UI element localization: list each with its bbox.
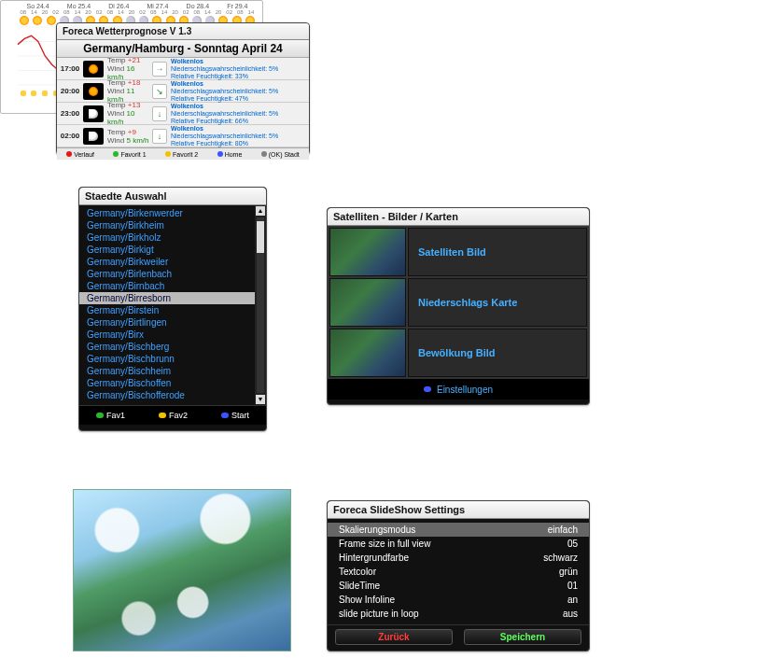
- scroll-track[interactable]: [257, 217, 264, 393]
- satellite-title: Satelliten - Bilder / Karten: [328, 208, 589, 226]
- chart-hour: 02: [96, 9, 103, 15]
- settings-value: 01: [567, 581, 578, 591]
- forecast-header: Germany/Hamburg - Sonntag April 24: [57, 40, 309, 58]
- sat-row-label[interactable]: Bewölkung Bild: [408, 329, 587, 377]
- settings-footer: Zurück Speichern: [328, 624, 589, 648]
- settings-row[interactable]: SlideTime01: [328, 579, 589, 593]
- temp-wind: Temp +21Wind 16 km/h: [104, 56, 152, 81]
- cities-title: Staedte Auswahl: [79, 188, 266, 205]
- forecast-row: 02:00Temp +9Wind 5 km/h↓WolkenlosNieders…: [57, 125, 309, 147]
- chart-day: So 24.4: [27, 3, 49, 9]
- cities-footer: Fav1Fav2Start: [79, 405, 266, 425]
- sat-row-label[interactable]: Niederschlags Karte: [408, 278, 587, 327]
- city-item[interactable]: Germany/Birlenbach: [79, 268, 255, 280]
- cities-footer-start[interactable]: Start: [221, 411, 249, 420]
- cities-scrollbar[interactable]: ▲ ▼: [255, 205, 266, 405]
- forecast-desc: WolkenlosNiederschlagswahrscheinlichkeit…: [171, 58, 309, 80]
- settings-row[interactable]: Show Infolinean: [328, 593, 589, 607]
- scroll-thumb[interactable]: [257, 221, 264, 253]
- city-item[interactable]: Germany/Birkweiler: [79, 256, 255, 268]
- forecast-row: 23:00Temp +13Wind 10 km/h↓WolkenlosNiede…: [57, 103, 309, 125]
- cities-footer-fav1[interactable]: Fav1: [96, 411, 125, 420]
- city-item[interactable]: Germany/Birx: [79, 329, 255, 341]
- chart-hour: 02: [226, 9, 232, 15]
- settings-label: Frame size in full view: [339, 539, 430, 549]
- legend-item[interactable]: (OK) Stadt: [261, 151, 300, 158]
- city-item[interactable]: Germany/Birkholz: [79, 231, 255, 244]
- chart-hour: 08: [20, 9, 26, 15]
- settings-value: 05: [567, 539, 578, 549]
- cities-list: Germany/BirkenwerderGermany/BirkheimGerm…: [79, 205, 255, 405]
- city-item[interactable]: Germany/Birkenwerder: [79, 207, 255, 219]
- settings-value: aus: [563, 609, 578, 619]
- sun-icon: [83, 83, 104, 100]
- chart-hour: 02: [139, 9, 146, 15]
- legend-item[interactable]: Favorit 1: [113, 151, 146, 158]
- settings-title: Foreca SlideShow Settings: [328, 501, 589, 519]
- sat-row-label[interactable]: Satelliten Bild: [408, 228, 587, 276]
- wind-arrow-icon: ↓: [152, 129, 167, 144]
- chart-hour: 08: [63, 9, 70, 15]
- sat-thumb[interactable]: [329, 278, 406, 327]
- settings-label: Skalierungsmodus: [339, 525, 415, 535]
- city-item[interactable]: Germany/Birnbach: [79, 280, 255, 292]
- legend-item[interactable]: Favorit 2: [165, 151, 198, 158]
- city-item[interactable]: Germany/Bischberg: [79, 341, 255, 353]
- city-item[interactable]: Germany/Bischofferode: [79, 389, 255, 401]
- settings-bullet-icon: [424, 386, 431, 392]
- settings-row[interactable]: Textcolorgrün: [328, 565, 589, 579]
- settings-row[interactable]: Frame size in full view05: [328, 537, 589, 551]
- legend-item[interactable]: Verlauf: [66, 151, 94, 158]
- cities-footer-fav2[interactable]: Fav2: [159, 411, 188, 420]
- temp-wind: Temp +13Wind 10 km/h: [104, 101, 152, 126]
- forecast-time: 02:00: [57, 132, 83, 140]
- chart-hour: 02: [52, 9, 59, 15]
- forecast-time: 17:00: [57, 64, 83, 73]
- satellite-footer[interactable]: Einstellungen: [328, 379, 589, 399]
- satellite-panel: Satelliten - Bilder / Karten Satelliten …: [327, 207, 590, 405]
- cities-panel: Staedte Auswahl Germany/BirkenwerderGerm…: [78, 187, 267, 431]
- forecast-panel: Foreca Wetterprognose V 1.3 Germany/Hamb…: [56, 22, 310, 155]
- wind-arrow-icon: ↘: [152, 84, 167, 99]
- temp-wind: Temp +9Wind 5 km/h: [104, 128, 152, 145]
- settings-row[interactable]: Skalierungsmoduseinfach: [328, 523, 589, 537]
- sat-thumb[interactable]: [329, 228, 406, 276]
- city-item[interactable]: Germany/Birstein: [79, 304, 255, 316]
- weather-mini-icon: [42, 91, 48, 96]
- settings-row[interactable]: Hintergrundfarbeschwarz: [328, 551, 589, 565]
- forecast-row: 17:00Temp +21Wind 16 km/h→WolkenlosNiede…: [57, 58, 309, 80]
- scroll-up-icon[interactable]: ▲: [256, 206, 265, 216]
- chart-hour: 14: [248, 9, 255, 15]
- europe-cloud-map: [73, 489, 291, 651]
- settings-row[interactable]: slide picture in loopaus: [328, 607, 589, 621]
- weather-mini-icon: [20, 16, 29, 25]
- city-item[interactable]: Germany/Birkigt: [79, 244, 255, 256]
- city-item[interactable]: Germany/Bischheim: [79, 365, 255, 377]
- settings-value: einfach: [548, 525, 578, 535]
- chart-day: Mi 27.4: [147, 3, 169, 9]
- forecast-time: 23:00: [57, 109, 83, 118]
- cities-list-wrap: Germany/BirkenwerderGermany/BirkheimGerm…: [79, 205, 266, 405]
- chart-hour: 14: [31, 9, 37, 15]
- weather-mini-icon: [21, 91, 26, 96]
- city-item[interactable]: Germany/Birkheim: [79, 219, 255, 231]
- back-button[interactable]: Zurück: [335, 629, 453, 645]
- settings-value: schwarz: [543, 553, 578, 563]
- city-item[interactable]: Germany/Birresborn: [79, 292, 255, 304]
- scroll-down-icon[interactable]: ▼: [256, 395, 265, 404]
- forecast-row: 20:00Temp +18Wind 11 km/h↘WolkenlosNiede…: [57, 80, 309, 103]
- chart-day: Di 26.4: [108, 3, 129, 9]
- satellite-grid: Satelliten BildNiederschlags KarteBewölk…: [328, 226, 589, 379]
- city-item[interactable]: Germany/Bischoffen: [79, 377, 255, 389]
- legend-item[interactable]: Home: [217, 151, 243, 158]
- save-button[interactable]: Speichern: [464, 629, 581, 645]
- chart-day: Do 28.4: [187, 3, 210, 9]
- city-item[interactable]: Germany/Bischbrunn: [79, 353, 255, 365]
- chart-hour: 02: [183, 9, 189, 15]
- forecast-desc: WolkenlosNiederschlagswahrscheinlichkeit…: [171, 80, 309, 103]
- chart-hour: 20: [172, 9, 178, 15]
- forecast-rows: 17:00Temp +21Wind 16 km/h→WolkenlosNiede…: [57, 58, 309, 147]
- sat-thumb[interactable]: [329, 329, 406, 377]
- chart-hour: 14: [161, 9, 168, 15]
- city-item[interactable]: Germany/Birtlingen: [79, 316, 255, 329]
